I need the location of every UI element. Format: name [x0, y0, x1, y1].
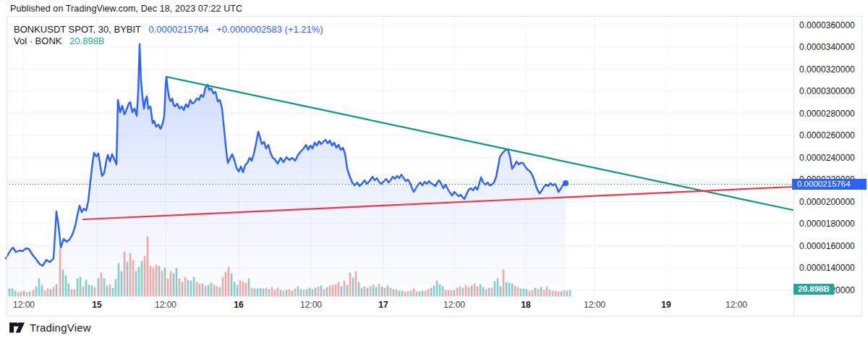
volume-bar: [393, 290, 395, 297]
volume-bar: [190, 281, 192, 297]
volume-bar: [294, 289, 297, 297]
time-axis[interactable]: 12:001512:001612:001712:001812:001912:00: [7, 297, 793, 316]
volume-bar: [387, 286, 389, 297]
volume-bar: [193, 277, 195, 297]
volume-bar: [47, 289, 49, 297]
time-axis-label: 17: [378, 300, 388, 309]
volume-bar: [41, 285, 43, 297]
volume-bar: [23, 291, 25, 297]
volume-bar: [549, 290, 551, 297]
volume-bar: [297, 287, 299, 297]
volume-bar: [364, 287, 366, 297]
volume-bar: [381, 287, 383, 297]
volume-bar: [407, 292, 409, 297]
legend-change: +0.0000002583 (+1.21%): [216, 24, 323, 35]
volume-bar: [286, 290, 288, 297]
volume-bar: [144, 256, 146, 297]
volume-bar: [349, 273, 352, 297]
volume-bar: [127, 262, 129, 297]
volume-bar: [170, 271, 172, 297]
volume-label: Vol · BONK: [14, 35, 61, 46]
volume-bar: [109, 285, 111, 297]
volume-bar: [50, 290, 52, 297]
volume-bar: [71, 290, 73, 297]
volume-bar: [196, 282, 198, 297]
volume-bar: [56, 285, 58, 297]
volume-bar: [141, 261, 143, 297]
published-chart-page: Published on TradingView.com, Dec 18, 20…: [0, 0, 868, 341]
legend-volume-row[interactable]: Vol · BONK 20.898B: [14, 35, 323, 47]
volume-bar: [263, 289, 265, 297]
volume-bar: [94, 287, 96, 297]
volume-bar: [529, 291, 531, 297]
volume-bar: [85, 280, 88, 297]
volume-bar: [77, 279, 79, 297]
volume-bar: [561, 292, 563, 297]
chart-legend: BONKUSDT SPOT, 30, BYBIT 0.0000215764 +0…: [14, 24, 323, 46]
volume-bar: [491, 288, 493, 297]
volume-bar: [506, 282, 508, 297]
time-axis-label: 15: [92, 300, 101, 309]
volume-bar: [555, 291, 557, 297]
volume-bar: [558, 292, 560, 297]
volume-bar: [44, 291, 46, 297]
volume-bar: [468, 287, 470, 297]
volume-bar: [251, 288, 253, 297]
volume-bar: [115, 279, 117, 297]
volume-bar: [82, 287, 85, 297]
volume-bar: [216, 287, 218, 297]
volume-bar: [135, 271, 137, 297]
volume-bar: [248, 279, 250, 297]
volume-bar: [454, 290, 456, 297]
price-axis-label: 0.0000160000: [799, 242, 855, 251]
volume-bar: [184, 277, 187, 297]
volume-bar: [208, 285, 210, 297]
price-axis-label: 0.0000260000: [799, 131, 855, 140]
volume-bar: [309, 288, 311, 297]
volume-bar: [535, 288, 537, 297]
tradingview-logo-icon: [9, 322, 25, 333]
volume-bar: [474, 284, 476, 297]
time-axis-label: 12:00: [443, 300, 465, 309]
volume-bar: [118, 264, 120, 297]
chart-canvas[interactable]: [0, 0, 868, 341]
volume-bar: [292, 291, 294, 297]
price-area-fill: [6, 44, 566, 297]
volume-bar: [182, 282, 184, 297]
volume-bar: [9, 289, 11, 297]
volume-bar: [442, 287, 444, 297]
volume-bar: [38, 279, 41, 297]
volume-bar: [404, 292, 407, 297]
price-axis[interactable]: 0.00003600000.00003400000.00003200000.00…: [794, 16, 867, 297]
volume-bar: [465, 285, 467, 297]
volume-bar: [413, 289, 415, 297]
volume-bar: [477, 287, 479, 297]
volume-bar: [98, 279, 100, 297]
volume-bar: [205, 286, 207, 297]
price-axis-label: 0.0000320000: [799, 65, 855, 74]
volume-bar: [425, 291, 427, 297]
volume-bar: [237, 285, 239, 297]
price-axis-label: 0.0000200000: [799, 198, 855, 206]
volume-bar: [315, 288, 317, 297]
time-axis-label: 12:00: [726, 300, 747, 309]
volume-bar: [494, 282, 496, 297]
volume-bar: [257, 289, 259, 297]
volume-bar: [422, 291, 424, 297]
legend-symbol-row[interactable]: BONKUSDT SPOT, 30, BYBIT 0.0000215764 +0…: [14, 24, 323, 35]
volume-bar: [129, 253, 132, 297]
volume-bar: [29, 292, 31, 297]
volume-bar: [456, 288, 459, 297]
volume-bar: [283, 291, 285, 297]
volume-bar: [59, 249, 61, 297]
time-axis-label: 12:00: [584, 300, 605, 309]
volume-bar: [176, 269, 178, 297]
volume-bar: [274, 290, 276, 297]
volume-bar: [370, 287, 372, 297]
volume-bar: [234, 282, 236, 297]
volume-bar: [352, 278, 354, 297]
volume-value: 20.898B: [69, 35, 104, 46]
tradingview-link[interactable]: TradingView: [9, 321, 91, 334]
tradingview-wordmark: TradingView: [30, 321, 91, 334]
volume-bar: [543, 290, 545, 297]
